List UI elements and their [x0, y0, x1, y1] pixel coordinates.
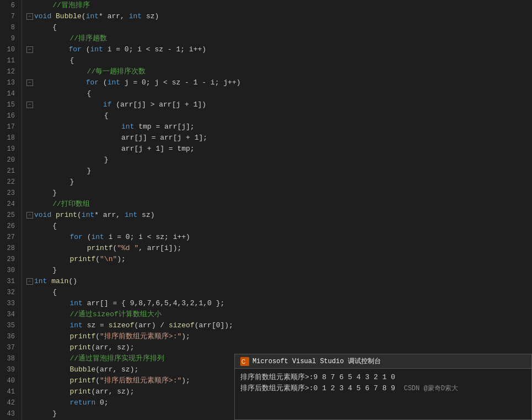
- code-line: int arr[] = { 9,8,7,6,5,4,3,2,1,0 };: [26, 298, 532, 309]
- token-plain: );: [181, 331, 190, 342]
- token-kw: for: [69, 232, 82, 243]
- token-plain: (: [95, 254, 100, 265]
- line-number: 9: [0, 33, 17, 44]
- token-plain: * arr,: [94, 210, 125, 221]
- code-line: //打印数组: [26, 199, 532, 210]
- token-kw: int: [125, 210, 137, 221]
- code-line: arr[j] = arr[j + 1];: [26, 132, 532, 143]
- token-plain: {: [35, 88, 91, 99]
- token-plain: [35, 298, 69, 309]
- token-plain: (arr, sz);: [95, 364, 138, 375]
- line-number: 10: [0, 44, 17, 55]
- line-number: 28: [0, 243, 17, 254]
- token-kw: int: [91, 232, 104, 243]
- token-plain: [47, 276, 51, 287]
- fold-button[interactable]: −: [26, 46, 33, 53]
- token-str: "%d ": [117, 243, 138, 254]
- token-plain: i = 0; i < sz; i++): [104, 232, 190, 243]
- token-plain: (: [95, 375, 100, 386]
- token-plain: [34, 99, 103, 110]
- console-line: 排序前数组元素顺序>:9 8 7 6 5 4 3 2 1 0: [240, 372, 526, 383]
- line-number: 26: [0, 221, 17, 232]
- line-number: 15: [0, 99, 17, 110]
- token-plain: }: [35, 177, 74, 188]
- code-line: }: [26, 166, 532, 177]
- console-title-text: Microsoft Visual Studio 调试控制台: [252, 357, 381, 366]
- code-line: −int main(): [26, 276, 532, 287]
- token-cm: //冒泡排序: [35, 0, 90, 11]
- token-plain: (: [112, 243, 117, 254]
- token-plain: [35, 232, 69, 243]
- console-output: 排序后数组元素顺序>:0 1 2 3 4 5 6 7 8 9: [240, 384, 395, 392]
- token-plain: arr[j + 1] = tmp;: [35, 143, 195, 155]
- token-fn: main: [51, 276, 68, 287]
- line-number: 33: [0, 298, 17, 309]
- token-fn: print: [69, 342, 91, 353]
- line-number: 7: [0, 11, 17, 22]
- fold-button[interactable]: −: [26, 212, 33, 219]
- line-number: 31: [0, 276, 17, 287]
- watermark: CSDN @蒙奇D索大: [404, 385, 458, 392]
- code-line: −void print(int* arr, int sz): [26, 210, 532, 221]
- code-line: }: [26, 177, 532, 188]
- token-fn: printf: [69, 375, 95, 386]
- line-number: 34: [0, 309, 17, 320]
- code-line: int sz = sizeof(arr) / sizeof(arr[0]);: [26, 320, 532, 331]
- token-plain: (arr[0]);: [195, 320, 233, 331]
- code-line: {: [26, 88, 532, 99]
- code-line: printf("%d ", arr[i]);: [26, 243, 532, 254]
- token-fn: printf: [69, 254, 95, 265]
- token-plain: (: [82, 11, 86, 22]
- token-kw: for: [86, 77, 99, 88]
- token-kw: if: [103, 99, 112, 110]
- token-kw: for: [68, 44, 81, 55]
- token-plain: i = 0; i < sz - 1; i++): [103, 44, 206, 55]
- fold-button[interactable]: −: [26, 102, 33, 108]
- fold-button[interactable]: −: [26, 79, 33, 86]
- token-cm: //通过sizeof计算数组大小: [35, 309, 162, 320]
- token-plain: sz): [142, 11, 159, 22]
- token-plain: [51, 11, 56, 22]
- token-plain: (arr) /: [134, 320, 168, 331]
- token-plain: (: [99, 77, 108, 88]
- token-plain: [35, 121, 121, 132]
- token-plain: (arr, sz);: [91, 386, 134, 397]
- token-kw: int: [82, 210, 94, 221]
- line-number: 19: [0, 143, 17, 155]
- token-plain: }: [35, 265, 57, 276]
- line-number: 36: [0, 331, 17, 342]
- token-cm: //打印数组: [35, 199, 90, 210]
- console-popup[interactable]: CMicrosoft Visual Studio 调试控制台排序前数组元素顺序>…: [234, 354, 532, 420]
- token-fn: Bubble: [56, 11, 82, 22]
- code-line: {: [26, 22, 532, 33]
- token-plain: (: [82, 44, 90, 55]
- console-body: 排序前数组元素顺序>:9 8 7 6 5 4 3 2 1 0排序后数组元素顺序>…: [235, 369, 531, 419]
- token-plain: [35, 254, 69, 265]
- token-plain: sz =: [83, 320, 109, 331]
- token-plain: [35, 386, 69, 397]
- code-line: }: [26, 265, 532, 276]
- line-number: 39: [0, 364, 17, 375]
- line-number: 6: [0, 0, 17, 11]
- token-plain: arr[j] = arr[j + 1];: [35, 132, 207, 143]
- token-plain: (): [68, 276, 77, 287]
- token-plain: (: [77, 210, 82, 221]
- code-line: }: [26, 188, 532, 199]
- token-plain: (: [95, 331, 100, 342]
- svg-text:C: C: [241, 359, 245, 365]
- fold-button[interactable]: −: [26, 278, 33, 285]
- token-kw: int: [108, 77, 120, 88]
- fold-button[interactable]: −: [26, 13, 33, 20]
- token-plain: {: [35, 110, 109, 121]
- line-number: 11: [0, 55, 17, 66]
- line-number: 24: [0, 199, 17, 210]
- token-str: "\n": [100, 254, 117, 265]
- code-line: {: [26, 287, 532, 298]
- token-str: "排序后数组元素顺序>:": [100, 375, 181, 386]
- token-plain: [35, 364, 69, 375]
- token-plain: * arr,: [99, 11, 129, 22]
- token-kw: int: [90, 44, 103, 55]
- code-line: //通过sizeof计算数组大小: [26, 309, 532, 320]
- token-kw: int: [86, 11, 99, 22]
- line-number: 40: [0, 375, 17, 386]
